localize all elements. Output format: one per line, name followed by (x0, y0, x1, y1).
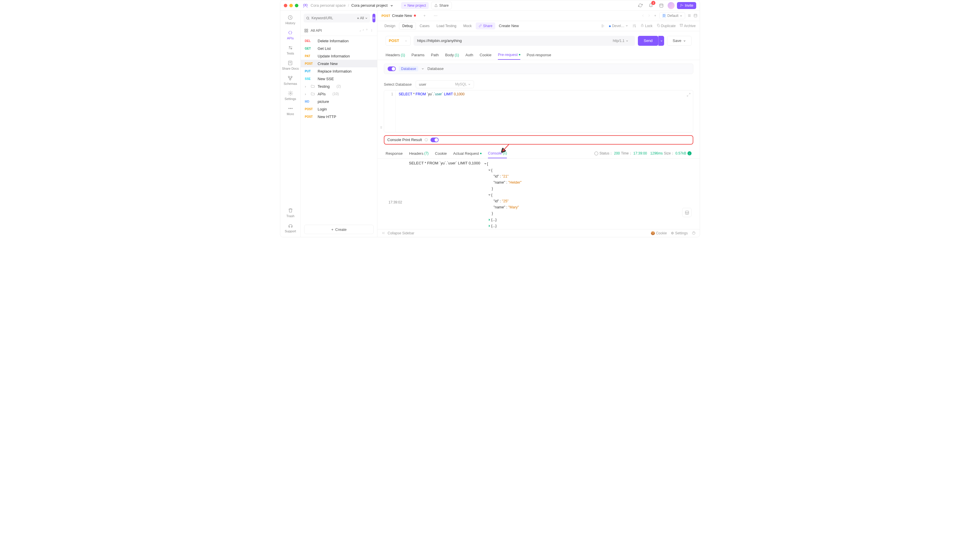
sync-icon[interactable] (636, 2, 644, 10)
console-print-result-toggle[interactable]: Console Print Result (384, 135, 693, 145)
chevron-down-icon[interactable] (390, 4, 393, 7)
reqtab-params[interactable]: Params (412, 51, 425, 60)
tab-more-button[interactable]: ⋯ (432, 12, 440, 20)
gear-icon[interactable] (653, 14, 657, 17)
download-icon[interactable]: ↓ (687, 151, 692, 156)
avatar[interactable] (668, 2, 675, 9)
resptab-response[interactable]: Response (386, 149, 403, 159)
rail-more[interactable]: More (287, 106, 294, 116)
layout-toggle-button[interactable] (682, 208, 692, 217)
protocol-selector[interactable]: http/1.1 (613, 39, 632, 43)
script-toggle[interactable] (388, 67, 396, 71)
duplicate-button[interactable]: Duplicate (657, 24, 676, 28)
help-icon[interactable] (692, 231, 696, 235)
breadcrumb-workspace[interactable]: Cora personal space (310, 3, 346, 8)
breadcrumb-project[interactable]: Cora personal project (352, 3, 388, 8)
invite-button[interactable]: Invite (677, 2, 696, 9)
menu-icon[interactable] (687, 14, 691, 17)
tree-item[interactable]: DELDelete Information (301, 37, 377, 44)
sql-editor[interactable]: 1 SELECT * FROM `yu`.`user` LIMIT 0,1000 (384, 90, 693, 132)
rail-apis[interactable]: APIs (287, 30, 294, 40)
subtab-design[interactable]: Design (382, 22, 398, 29)
archive-button[interactable]: Archive (679, 24, 696, 28)
reqtab-body[interactable]: Body(1) (445, 51, 459, 60)
refresh-icon[interactable] (360, 29, 364, 32)
resptab-console[interactable]: Console(1) (488, 149, 507, 159)
send-dropdown[interactable] (658, 36, 664, 46)
resptab-actual[interactable]: Actual Request (453, 149, 482, 159)
reqtab-post-response[interactable]: Post-response (527, 51, 551, 60)
tree-folder[interactable]: ›APIs (10) (301, 90, 377, 98)
lock-button[interactable]: Lock (641, 24, 652, 28)
expand-icon[interactable] (687, 93, 690, 97)
rail-settings[interactable]: Settings (285, 91, 296, 100)
svg-point-33 (382, 128, 382, 129)
tree-item[interactable]: POSTNew HTTP (301, 113, 377, 121)
tree-item[interactable]: POSTLogin (301, 105, 377, 113)
tree-item[interactable]: PATUpdate Information (301, 52, 377, 60)
rail-share-docs[interactable]: Share Docs (282, 60, 299, 70)
all-api-row[interactable]: All API (301, 25, 377, 36)
reqtab-pre-request[interactable]: Pre-request (498, 51, 520, 60)
rail-tests[interactable]: Tests (287, 45, 294, 55)
environment-selector[interactable]: DDefault (659, 12, 685, 19)
nav-rail: History APIs Tests Share Docs Schemas Se… (280, 11, 301, 237)
chevron-down-icon[interactable] (421, 67, 425, 70)
subtab-share[interactable]: Share (476, 22, 495, 29)
console-query: SELECT * FROM `yu`.`user` LIMIT 0,1000 (386, 161, 485, 165)
reqtab-headers[interactable]: Headers(1) (386, 51, 405, 60)
more-icon[interactable] (370, 29, 374, 32)
collapse-sidebar-icon[interactable] (382, 231, 385, 235)
search-input[interactable]: ●All (304, 14, 370, 22)
save-button[interactable]: Save (667, 36, 692, 46)
resptab-cookie[interactable]: Cookie (435, 149, 447, 159)
tree-item[interactable]: GETGet List (301, 44, 377, 52)
tree-item[interactable]: PUTReplace Information (301, 67, 377, 75)
bell-icon[interactable]: 2 (647, 2, 655, 10)
rail-trash[interactable]: Trash (286, 208, 294, 218)
tree-item[interactable]: SSENew SSE (301, 75, 377, 83)
footer-cookie[interactable]: 🍪 Cookie (651, 231, 667, 235)
method-select[interactable]: POST (386, 36, 410, 46)
subtab-debug[interactable]: Debug (399, 22, 415, 29)
rail-support[interactable]: Support (285, 223, 296, 233)
tree-folder[interactable]: ›Testing (2) (301, 83, 377, 90)
tree-item[interactable]: POSTCreate New (301, 60, 377, 67)
subtab-load[interactable]: Load Testing (434, 22, 460, 29)
resptab-headers[interactable]: Headers(7) (409, 149, 429, 159)
footer-settings[interactable]: ⚙ Settings (671, 231, 688, 235)
send-button[interactable]: Send (638, 36, 658, 46)
url-input[interactable]: https://httpbin.org/anything http/1.1 (414, 36, 635, 46)
sort-icon[interactable] (632, 24, 636, 28)
drag-handle-icon[interactable] (379, 125, 383, 129)
calendar-icon[interactable] (657, 2, 665, 10)
archive-icon (679, 24, 683, 27)
reqtab-auth[interactable]: Auth (466, 51, 473, 60)
database-select[interactable]: user MySQL (415, 81, 474, 88)
svg-point-15 (307, 17, 309, 19)
collapse-icon[interactable] (601, 24, 605, 28)
svg-rect-16 (305, 29, 306, 30)
chevron-left-icon[interactable] (641, 14, 645, 17)
diamond-icon[interactable] (365, 29, 369, 32)
rail-schemas[interactable]: Schemas (284, 76, 297, 86)
collapse-sidebar-button[interactable]: Collapse Sidebar (388, 231, 414, 235)
panel-icon[interactable] (694, 14, 697, 17)
new-tab-button[interactable]: + (421, 12, 429, 20)
add-button[interactable]: + (372, 14, 375, 22)
script-type-chip[interactable]: Database (399, 66, 418, 71)
env-badge[interactable]: Devel… (609, 24, 628, 28)
create-button[interactable]: +Create (304, 225, 374, 234)
tree-item[interactable]: MDpicture (301, 98, 377, 105)
subtab-mock[interactable]: Mock (461, 22, 475, 29)
rail-history[interactable]: History (285, 15, 295, 25)
reqtab-path[interactable]: Path (431, 51, 439, 60)
subtab-cases[interactable]: Cases (417, 22, 433, 29)
chevron-right-icon[interactable] (647, 14, 651, 17)
share-button[interactable]: Share (431, 2, 452, 10)
window-controls[interactable] (284, 4, 298, 7)
filter-dropdown[interactable]: ●All (357, 16, 368, 20)
new-project-button[interactable]: +New project (401, 2, 429, 9)
reqtab-cookie[interactable]: Cookie (479, 51, 491, 60)
tab-create-new[interactable]: POST Create New (380, 11, 418, 21)
